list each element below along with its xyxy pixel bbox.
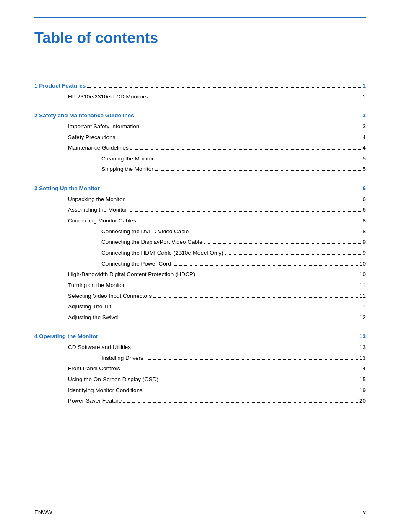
toc-section-4-heading: 4 Operating the Monitor 13	[34, 331, 366, 342]
item-selecting-video-page: 11	[359, 291, 366, 302]
item-adjusting-swivel-page: 12	[359, 312, 366, 323]
item-cleaning-monitor-label: Cleaning the Monitor	[101, 153, 154, 164]
item-cd-software-page: 13	[359, 342, 366, 353]
toc-item-power-saver: Power-Saver Feature 20	[34, 395, 366, 406]
item-osd-dots	[160, 381, 358, 381]
item-assembling-dots	[129, 211, 361, 212]
item-important-safety-label: Important Safety Information	[68, 121, 139, 132]
item-hp-monitors-label: HP 2310e/2310ei LCD Monitors	[68, 91, 148, 102]
item-adjusting-swivel-label: Adjusting the Swivel	[68, 312, 119, 323]
section-3-label: 3 Setting Up the Monitor	[34, 183, 100, 194]
toc-container: 1 Product Features 1 HP 2310e/2310ei LCD…	[34, 80, 366, 406]
item-maintenance-guidelines-label: Maintenance Guidelines	[68, 142, 129, 153]
toc-section-3-heading: 3 Setting Up the Monitor 6	[34, 183, 366, 194]
item-installing-drivers-dots	[145, 359, 358, 360]
item-front-panel-dots	[122, 370, 358, 370]
item-selecting-video-label: Selecting Video Input Connectors	[68, 291, 152, 302]
toc-item-hdcp: High-Bandwidth Digital Content Protectio…	[34, 269, 366, 280]
footer-right-text: v	[363, 509, 366, 515]
item-turning-on-label: Turning on the Monitor	[68, 280, 125, 291]
header-section: Table of contents	[34, 17, 366, 47]
item-important-safety-page: 3	[362, 121, 366, 132]
item-turning-on-page: 11	[359, 280, 366, 291]
section-2-dots	[136, 117, 361, 117]
item-installing-drivers-label: Installing Drivers	[101, 353, 143, 364]
toc-item-front-panel: Front-Panel Controls 14	[34, 363, 366, 374]
toc-item-selecting-video: Selecting Video Input Connectors 11	[34, 291, 366, 302]
toc-item-displayport-cable: Connecting the DisplayPort Video Cable 9	[34, 237, 366, 248]
gap-1	[34, 102, 366, 110]
item-hdcp-dots	[197, 276, 358, 276]
toc-section-2-heading: 2 Safety and Maintenance Guidelines 3	[34, 110, 366, 121]
section-2-label: 2 Safety and Maintenance Guidelines	[34, 110, 134, 121]
item-identifying-conditions-page: 19	[359, 385, 366, 396]
item-adjusting-tilt-dots	[113, 308, 358, 308]
item-power-cord-label: Connecting the Power Cord	[101, 258, 171, 269]
item-cd-software-label: CD Software and Utilities	[68, 342, 131, 353]
page: Table of contents 1 Product Features 1 H…	[0, 0, 400, 532]
toc-item-power-cord: Connecting the Power Cord 10	[34, 258, 366, 269]
section-3-dots	[101, 190, 361, 190]
item-displayport-cable-label: Connecting the DisplayPort Video Cable	[101, 237, 203, 248]
toc-item-adjusting-tilt: Adjusting The Tilt 11	[34, 301, 366, 312]
section-3-page: 6	[362, 183, 366, 194]
item-assembling-label: Assembling the Monitor	[68, 204, 127, 215]
item-maintenance-guidelines-dots	[130, 149, 361, 150]
toc-item-connecting-cables: Connecting Monitor Cables 8	[34, 215, 366, 226]
item-safety-precautions-label: Safety Precautions	[68, 132, 115, 143]
item-selecting-video-dots	[153, 297, 358, 298]
item-front-panel-page: 14	[359, 363, 366, 374]
section-4-label: 4 Operating the Monitor	[34, 331, 98, 342]
item-assembling-page: 6	[362, 204, 366, 215]
section-2-page: 3	[362, 110, 366, 121]
item-adjusting-swivel-dots	[120, 319, 358, 319]
item-cd-software-dots	[132, 349, 358, 349]
toc-item-maintenance-guidelines: Maintenance Guidelines 4	[34, 142, 366, 153]
item-cleaning-monitor-dots	[156, 160, 361, 160]
toc-item-adjusting-swivel: Adjusting the Swivel 12	[34, 312, 366, 323]
item-shipping-monitor-label: Shipping the Monitor	[101, 164, 153, 175]
item-adjusting-tilt-page: 11	[359, 301, 366, 312]
item-identifying-conditions-dots	[144, 392, 358, 392]
section-4-page: 13	[359, 331, 366, 342]
item-power-cord-dots	[173, 265, 358, 266]
toc-item-shipping-monitor: Shipping the Monitor 5	[34, 164, 366, 175]
toc-item-identifying-conditions: Identifying Monitor Conditions 19	[34, 385, 366, 396]
item-unpacking-page: 6	[362, 194, 366, 205]
toc-item-dvi-cable: Connecting the DVI-D Video Cable 8	[34, 226, 366, 237]
section-1-dots	[87, 87, 361, 88]
item-hdmi-cable-dots	[225, 254, 361, 255]
item-osd-page: 15	[359, 374, 366, 385]
item-cleaning-monitor-page: 5	[362, 153, 366, 164]
item-connecting-cables-dots	[138, 222, 361, 222]
item-hdcp-page: 10	[359, 269, 366, 280]
item-maintenance-guidelines-page: 4	[362, 142, 366, 153]
toc-item-cd-software: CD Software and Utilities 13	[34, 342, 366, 353]
item-shipping-monitor-page: 5	[362, 164, 366, 175]
section-1-page: 1	[362, 80, 366, 91]
item-connecting-cables-page: 8	[362, 215, 366, 226]
toc-section-1-heading: 1 Product Features 1	[34, 80, 366, 91]
toc-item-cleaning-monitor: Cleaning the Monitor 5	[34, 153, 366, 164]
item-hp-monitors-page: 1	[362, 91, 366, 102]
item-hp-monitors-dots	[149, 98, 361, 98]
item-dvi-cable-page: 8	[362, 226, 366, 237]
item-dvi-cable-dots	[190, 233, 361, 233]
footer-left-text: ENWW	[34, 509, 52, 515]
item-connecting-cables-label: Connecting Monitor Cables	[68, 215, 136, 226]
item-turning-on-dots	[126, 287, 358, 287]
toc-item-important-safety: Important Safety Information 3	[34, 121, 366, 132]
item-unpacking-label: Unpacking the Monitor	[68, 194, 125, 205]
item-front-panel-label: Front-Panel Controls	[68, 363, 120, 374]
item-adjusting-tilt-label: Adjusting The Tilt	[68, 301, 111, 312]
toc-item-hdmi-cable: Connecting the HDMI Cable (2310e Model O…	[34, 248, 366, 258]
toc-item-turning-on: Turning on the Monitor 11	[34, 280, 366, 291]
item-hdmi-cable-label: Connecting the HDMI Cable (2310e Model O…	[101, 248, 223, 258]
toc-item-safety-precautions: Safety Precautions 4	[34, 132, 366, 143]
item-hdmi-cable-page: 9	[362, 248, 366, 258]
page-title: Table of contents	[34, 29, 366, 47]
item-power-saver-dots	[123, 402, 358, 403]
item-important-safety-dots	[141, 128, 361, 128]
gap-3	[34, 323, 366, 331]
item-installing-drivers-page: 13	[359, 353, 366, 364]
